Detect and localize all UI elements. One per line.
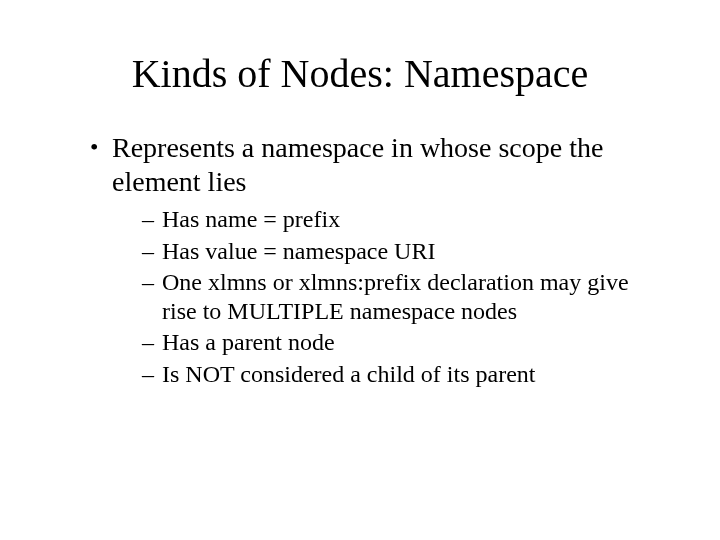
sub-list-item: Has a parent node [142,328,660,357]
sub-list-item-text: One xlmns or xlmns:prefix declaration ma… [162,269,629,324]
sub-list-item: Has name = prefix [142,205,660,234]
list-item-text: Represents a namespace in whose scope th… [112,132,603,197]
sub-list-item-text: Has a parent node [162,329,335,355]
sub-list-item-text: Is NOT considered a child of its parent [162,361,535,387]
sub-list: Has name = prefix Has value = namespace … [112,205,660,389]
sub-list-item-text: Has name = prefix [162,206,340,232]
bullet-list: Represents a namespace in whose scope th… [60,131,660,389]
slide: Kinds of Nodes: Namespace Represents a n… [0,0,720,540]
sub-list-item: One xlmns or xlmns:prefix declaration ma… [142,268,660,327]
slide-title: Kinds of Nodes: Namespace [60,50,660,97]
sub-list-item: Has value = namespace URI [142,237,660,266]
sub-list-item: Is NOT considered a child of its parent [142,360,660,389]
list-item: Represents a namespace in whose scope th… [90,131,660,389]
sub-list-item-text: Has value = namespace URI [162,238,435,264]
